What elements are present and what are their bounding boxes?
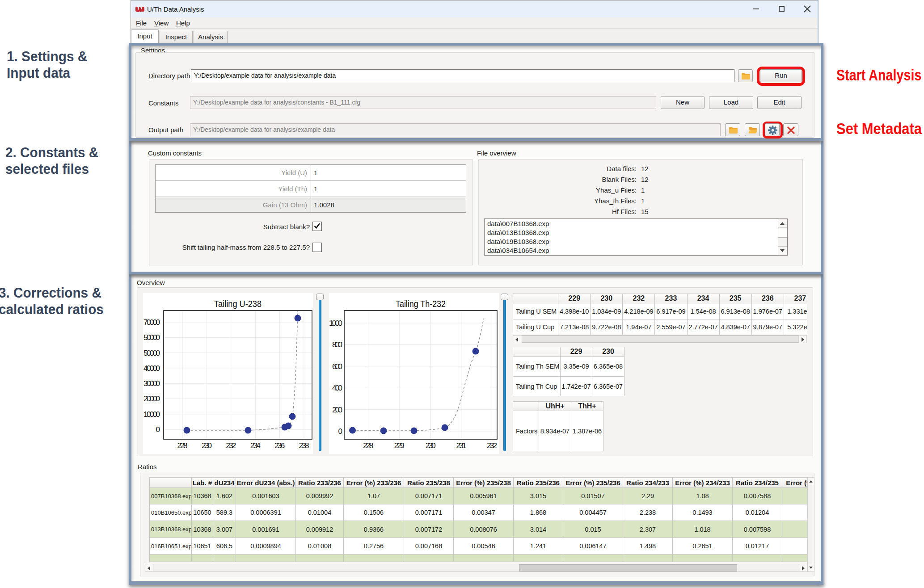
svg-text:236: 236: [274, 441, 285, 450]
svg-text:20000: 20000: [143, 395, 160, 403]
svg-text:Tailing Th-232: Tailing Th-232: [396, 299, 446, 309]
svg-text:Tailing U-238: Tailing U-238: [214, 299, 262, 309]
svg-text:400: 400: [332, 384, 342, 392]
svg-text:1000: 1000: [329, 319, 342, 328]
svg-text:230: 230: [202, 441, 212, 450]
svg-text:231: 231: [456, 441, 466, 450]
svg-text:200: 200: [332, 406, 342, 414]
svg-text:0: 0: [156, 425, 160, 434]
svg-text:50000: 50000: [143, 349, 160, 357]
svg-text:230: 230: [426, 441, 436, 450]
svg-text:228: 228: [363, 441, 373, 450]
svg-text:234: 234: [250, 441, 261, 450]
svg-text:600: 600: [332, 362, 342, 371]
svg-text:228: 228: [177, 441, 188, 450]
svg-text:50000: 50000: [143, 333, 160, 342]
svg-text:70000: 70000: [143, 318, 160, 327]
svg-text:229: 229: [394, 441, 405, 450]
svg-text:800: 800: [332, 340, 342, 349]
svg-text:40000: 40000: [143, 364, 160, 373]
svg-text:232: 232: [226, 441, 236, 450]
svg-text:30000: 30000: [143, 379, 160, 388]
svg-text:10000: 10000: [143, 410, 160, 419]
svg-text:232: 232: [487, 441, 497, 450]
svg-text:0: 0: [338, 427, 342, 436]
svg-text:238: 238: [299, 441, 309, 450]
